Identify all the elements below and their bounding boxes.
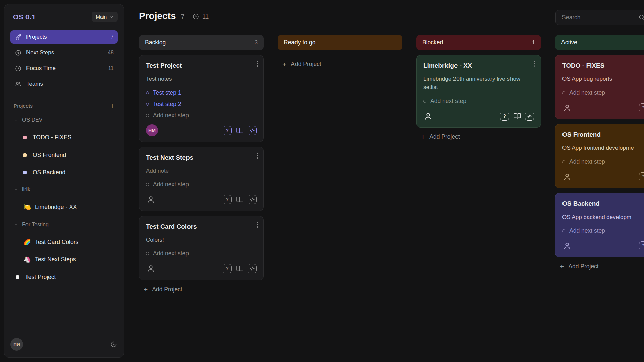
tree-item-os-frontend[interactable]: OS Frontend	[10, 148, 118, 162]
dark-mode-icon[interactable]	[110, 341, 117, 348]
column-count: 3	[255, 39, 258, 46]
focus-time-badge: 11	[192, 13, 209, 20]
card-note[interactable]: Test notes	[146, 75, 251, 83]
activity-icon[interactable]	[248, 264, 257, 273]
person-icon[interactable]	[146, 195, 156, 204]
chevron-down-icon	[109, 15, 114, 19]
add-next-step[interactable]: Add next step	[562, 158, 644, 165]
person-icon[interactable]	[562, 103, 572, 113]
add-project-label: Add Project	[152, 286, 182, 293]
step-bullet-icon	[146, 183, 149, 186]
search-input[interactable]	[561, 14, 632, 21]
add-next-step[interactable]: Add next step	[146, 250, 257, 257]
card-menu-icon[interactable]	[257, 153, 258, 159]
tree-label: For Testing	[22, 222, 49, 228]
add-next-step[interactable]: Add next step	[562, 89, 644, 96]
workspace-switcher[interactable]: Main	[92, 12, 118, 22]
card-note[interactable]: OS App bug reports	[562, 75, 644, 83]
card-note[interactable]: Add note	[146, 167, 251, 175]
assignee-avatar[interactable]: HM	[146, 124, 158, 136]
book-icon[interactable]	[236, 127, 244, 134]
tree-label: Test Next Steps	[35, 256, 76, 263]
step-label: Add next step	[569, 158, 605, 165]
sidebar-item-focus-time[interactable]: Focus Time11	[10, 62, 118, 75]
activity-icon[interactable]	[248, 195, 257, 204]
add-next-step[interactable]: Add next step	[146, 181, 257, 188]
step-bullet-icon	[562, 229, 565, 232]
column-header[interactable]: Backlog3	[139, 35, 264, 50]
sidebar-item-projects[interactable]: Projects7	[10, 30, 118, 44]
page-title: Projects	[139, 11, 176, 21]
project-card-todo-fixes[interactable]: TODO - FIXESOS App bug reportsAdd next s…	[555, 55, 644, 119]
tree-item-test-next-steps[interactable]: 🦄Test Next Steps	[10, 252, 118, 266]
book-icon[interactable]	[236, 265, 244, 273]
book-icon[interactable]	[236, 196, 244, 203]
sidebar-item-label: Projects	[26, 34, 47, 40]
add-project-icon[interactable]: +	[110, 104, 114, 108]
activity-icon[interactable]	[525, 112, 534, 121]
card-menu-icon[interactable]	[534, 61, 536, 67]
card-note[interactable]: OS App backend developm	[562, 213, 644, 221]
tree-item-os-backend[interactable]: OS Backend	[10, 165, 118, 179]
help-icon[interactable]: ?	[223, 264, 232, 273]
search-icon[interactable]	[638, 14, 644, 22]
tree-group-lirik[interactable]: lirik	[10, 183, 118, 197]
project-card-limebridge-xx[interactable]: Limebridge - XXLimebridge 20th anniversa…	[416, 55, 541, 128]
project-card-test-next-steps[interactable]: Test Next StepsAdd noteAdd next step?	[139, 147, 264, 211]
tree-item-test-project[interactable]: Test Project	[10, 270, 118, 284]
add-project-button[interactable]: +Add Project	[139, 286, 264, 293]
person-icon[interactable]	[146, 264, 156, 274]
project-card-os-backend[interactable]: OS BackendOS App backend developmAdd nex…	[555, 193, 644, 257]
next-step-link[interactable]: Test step 1	[146, 89, 257, 96]
chevron-down-icon	[14, 187, 18, 192]
sidebar-item-label: Focus Time	[26, 65, 56, 72]
app-logo: OS 0.1	[10, 13, 36, 21]
project-card-os-frontend[interactable]: OS FrontendOS App frontend developmeAdd …	[555, 124, 644, 188]
search-box	[555, 10, 644, 25]
tree-group-for-testing[interactable]: For Testing	[10, 218, 118, 232]
card-note[interactable]: OS App frontend developme	[562, 144, 644, 152]
next-step-link[interactable]: Test step 2	[146, 101, 257, 108]
add-project-button[interactable]: +Add Project	[278, 61, 402, 68]
card-menu-icon[interactable]	[257, 222, 258, 228]
column-header[interactable]: Ready to go	[278, 35, 402, 50]
add-project-button[interactable]: +Add Project	[555, 263, 644, 270]
help-icon[interactable]: ?	[500, 112, 509, 121]
add-next-step[interactable]: Add next step	[562, 227, 644, 234]
tree-item-todo-fixes[interactable]: TODO - FIXES	[10, 130, 118, 144]
tree-item-limebridge-xx[interactable]: 🍋Limebridge - XX	[10, 200, 118, 214]
sidebar-item-next-steps[interactable]: Next Steps48	[10, 46, 118, 59]
card-note[interactable]: Colors!	[146, 236, 251, 244]
project-color-dot	[16, 275, 19, 279]
project-card-test-card-colors[interactable]: Test Card ColorsColors!Add next step?	[139, 216, 264, 280]
sidebar-item-teams[interactable]: Teams	[10, 77, 118, 91]
card-menu-icon[interactable]	[257, 61, 258, 67]
project-card-test-project[interactable]: Test ProjectTest notesTest step 1Test st…	[139, 55, 264, 142]
help-icon[interactable]: ?	[223, 126, 232, 135]
person-icon[interactable]	[423, 111, 433, 121]
help-icon[interactable]: ?	[223, 195, 232, 204]
card-note[interactable]: Limebridge 20th anniversary live show se…	[423, 75, 528, 92]
column-divider	[271, 29, 271, 362]
help-icon[interactable]: ?	[639, 172, 644, 181]
tree-label: Limebridge - XX	[35, 204, 77, 211]
column-header[interactable]: Blocked1	[416, 35, 541, 50]
column-header[interactable]: Active	[555, 35, 644, 50]
tree-label: Test Project	[25, 274, 56, 281]
step-bullet-icon	[423, 100, 426, 103]
person-icon[interactable]	[562, 241, 572, 251]
book-icon[interactable]	[513, 112, 521, 120]
column-count: 1	[532, 39, 535, 46]
user-avatar[interactable]: ПИ	[10, 338, 23, 351]
tree-group-os-dev[interactable]: OS DEV	[10, 113, 118, 127]
add-project-button[interactable]: +Add Project	[416, 133, 541, 140]
add-next-step[interactable]: Add next step	[423, 98, 534, 105]
tree-item-test-card-colors[interactable]: 🌈Test Card Colors	[10, 235, 118, 249]
tree-label: Test Card Colors	[35, 239, 78, 246]
activity-icon[interactable]	[248, 126, 257, 135]
help-icon[interactable]: ?	[639, 103, 644, 112]
person-icon[interactable]	[562, 172, 572, 182]
project-emoji-icon: 🍋	[23, 203, 31, 211]
add-next-step[interactable]: Add next step	[146, 112, 257, 119]
help-icon[interactable]: ?	[639, 241, 644, 250]
